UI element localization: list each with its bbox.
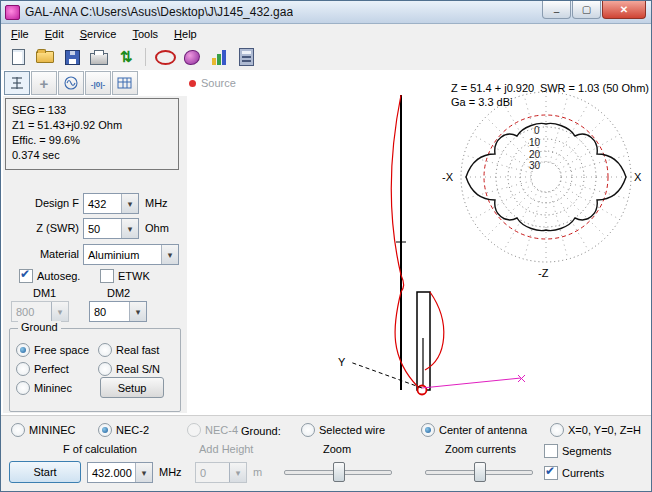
radio-label: NEC-2 xyxy=(116,424,149,436)
checkbox xyxy=(100,269,114,283)
maximize-button[interactable] xyxy=(572,1,601,19)
x-axis xyxy=(422,378,521,388)
radio-mininec-ground[interactable]: Mininec xyxy=(16,381,72,395)
autoseg-checkbox[interactable]: Autoseg. xyxy=(19,269,80,283)
menu-help[interactable]: Help xyxy=(166,25,205,43)
frequency-combo[interactable]: 432.000 xyxy=(87,462,153,483)
chevron-down-icon[interactable] xyxy=(161,245,178,264)
window-controls xyxy=(541,1,646,19)
toolbar xyxy=(1,44,651,70)
refresh-icon xyxy=(120,48,133,66)
filter-icon xyxy=(91,77,105,89)
radio-label: Perfect xyxy=(34,363,69,375)
radio-real-sn[interactable]: Real S/N xyxy=(98,362,160,376)
z-swr-combo[interactable]: 50 xyxy=(83,218,139,239)
radio-label: X=0, Y=0, Z=H xyxy=(568,424,641,436)
save-button[interactable] xyxy=(60,46,84,68)
radio xyxy=(421,423,435,437)
results-box: SEG = 133 Z1 = 51.43+j0.92 Ohm Effic. = … xyxy=(5,98,179,170)
frequency-unit: MHz xyxy=(159,466,182,478)
chevron-down-icon[interactable] xyxy=(121,219,138,238)
radio-label: Selected wire xyxy=(319,424,385,436)
radio xyxy=(98,423,112,437)
chart-button[interactable] xyxy=(207,46,231,68)
frequency-value: 432.000 xyxy=(88,467,135,479)
tab-geometry[interactable] xyxy=(4,71,30,95)
dm2-combo[interactable]: 80 xyxy=(89,301,147,322)
window-title: GAL-ANA C:\Users\Asus\Desktop\J\J145_432… xyxy=(25,5,293,19)
radio-label: Free space xyxy=(34,344,89,356)
ground-group-title: Ground xyxy=(18,321,61,333)
open-folder-icon xyxy=(36,51,54,63)
tab-segments-table[interactable] xyxy=(112,71,138,95)
checkbox xyxy=(544,466,558,480)
open-file-button[interactable] xyxy=(33,46,57,68)
radio-perfect[interactable]: Perfect xyxy=(16,362,69,376)
titlebar[interactable]: GAL-ANA C:\Users\Asus\Desktop\J\J145_432… xyxy=(1,1,651,24)
radio-xyz[interactable]: X=0, Y=0, Z=H xyxy=(550,423,641,437)
etwk-checkbox[interactable]: ETWK xyxy=(100,269,150,283)
radio-nec4-engine[interactable]: NEC-4 xyxy=(187,423,238,437)
radio-selected-wire[interactable]: Selected wire xyxy=(301,423,385,437)
dm1-combo[interactable]: 800 xyxy=(11,301,69,322)
gain-readout: Ga = 3.3 dBi xyxy=(451,96,512,108)
chevron-down-icon[interactable] xyxy=(51,302,68,321)
radio xyxy=(16,343,30,357)
menu-service[interactable]: Service xyxy=(72,25,125,43)
currents-checkbox[interactable]: Currents xyxy=(544,466,604,480)
smith-chart-button[interactable] xyxy=(153,46,177,68)
tab-add-element[interactable] xyxy=(31,71,57,95)
refresh-button[interactable] xyxy=(114,46,138,68)
z-swr-value: 50 xyxy=(84,223,121,235)
radio-real-fast[interactable]: Real fast xyxy=(98,343,159,357)
current-curve xyxy=(395,292,418,387)
menu-tools[interactable]: Tools xyxy=(124,25,166,43)
print-button[interactable] xyxy=(87,46,111,68)
slider-thumb[interactable] xyxy=(333,462,345,482)
chevron-down-icon[interactable] xyxy=(121,194,138,213)
ground-label: Ground: xyxy=(241,425,281,437)
tab-waveform[interactable] xyxy=(58,71,84,95)
chevron-down-icon[interactable] xyxy=(135,463,152,482)
zoom-currents-slider[interactable] xyxy=(425,461,533,481)
close-button[interactable] xyxy=(602,1,646,19)
radio-center-of-antenna[interactable]: Center of antenna xyxy=(421,423,527,437)
pattern-button[interactable] xyxy=(180,46,204,68)
source-label: Source xyxy=(201,77,236,89)
menu-file[interactable]: File xyxy=(3,25,37,43)
radio-label: Mininec xyxy=(34,382,72,394)
height-combo[interactable]: 0 xyxy=(195,462,247,483)
radio-free-space[interactable]: Free space xyxy=(16,343,89,357)
start-button[interactable]: Start xyxy=(9,461,81,483)
waveform-icon xyxy=(63,75,79,91)
chevron-down-icon[interactable] xyxy=(229,463,246,482)
toolbar-separator xyxy=(145,48,146,66)
checkbox xyxy=(19,269,33,283)
setup-button[interactable]: Setup xyxy=(100,377,164,398)
checkbox xyxy=(544,444,558,458)
design-f-value: 432 xyxy=(84,198,121,210)
radio-nec2-engine[interactable]: NEC-2 xyxy=(98,423,149,437)
material-combo[interactable]: Aluminium xyxy=(83,244,179,265)
chevron-down-icon[interactable] xyxy=(129,302,146,321)
calculator-button[interactable] xyxy=(234,46,258,68)
tab-filter[interactable] xyxy=(85,71,111,95)
dm2-label: DM2 xyxy=(107,287,130,299)
menu-edit[interactable]: Edit xyxy=(37,25,72,43)
minimize-button[interactable] xyxy=(542,1,571,19)
radio xyxy=(187,423,201,437)
save-icon xyxy=(65,50,80,65)
source-dot-icon xyxy=(189,80,196,87)
slider-thumb[interactable] xyxy=(474,462,486,482)
height-value: 0 xyxy=(196,467,229,479)
view-tabstrip xyxy=(4,71,139,95)
segments-checkbox[interactable]: Segments xyxy=(544,444,612,458)
ground-groupbox: Ground Free space Real fast Perfect Real… xyxy=(9,328,181,412)
new-file-button[interactable] xyxy=(6,46,30,68)
radio-mininec-engine[interactable]: MININEC xyxy=(11,423,75,437)
zoom-currents-label: Zoom currents xyxy=(445,443,516,455)
zoom-slider[interactable] xyxy=(284,461,392,481)
radio-label: MININEC xyxy=(29,424,75,436)
design-f-combo[interactable]: 432 xyxy=(83,193,139,214)
source-indicator: Source xyxy=(189,77,236,89)
